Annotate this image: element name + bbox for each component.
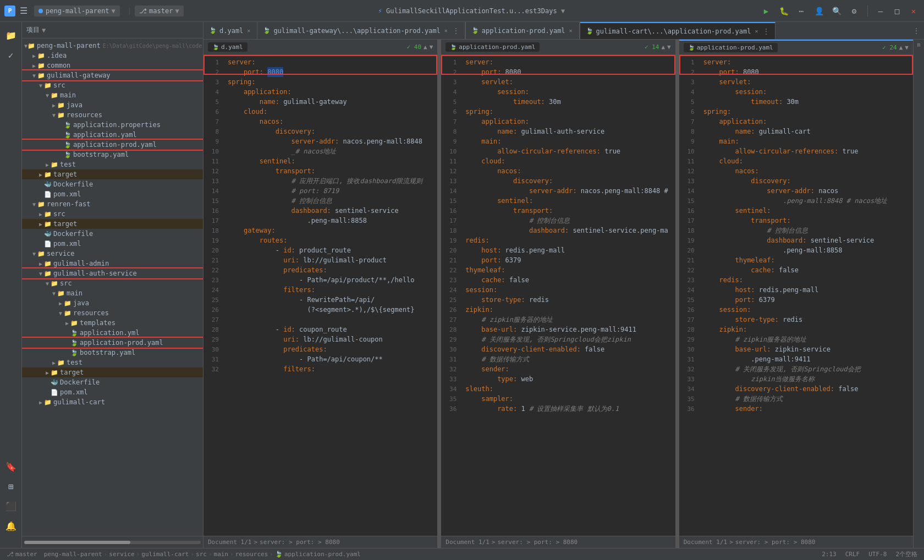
- code-line: redis:: [703, 275, 909, 285]
- more-button[interactable]: ⋯: [795, 4, 808, 18]
- tab-app-prod[interactable]: 🍃 application-prod.yaml ✕: [466, 22, 580, 39]
- tab-dyaml[interactable]: 🍃 d.yaml ✕: [204, 22, 257, 39]
- project-selector[interactable]: peng-mall-parent ▼: [34, 6, 120, 17]
- tree-item-resources-gw[interactable]: ▼ 📁 resources: [22, 110, 203, 120]
- settings-button[interactable]: ⚙: [848, 4, 861, 18]
- panel-tab-3[interactable]: 🍃 application-prod.yaml: [684, 43, 778, 52]
- tree-item-dockerfile-rr[interactable]: 🐳 Dockerfile: [22, 229, 203, 239]
- indent-info[interactable]: 2个空格: [893, 550, 920, 558]
- hamburger-icon[interactable]: ☰: [20, 6, 28, 16]
- nav-down-button[interactable]: ▼: [667, 43, 671, 51]
- tree-item-pom-gw[interactable]: 📄 pom.xml: [22, 189, 203, 199]
- tree-item-dockerfile-gw[interactable]: 🐳 Dockerfile: [22, 179, 203, 189]
- tree-item-pom-rr[interactable]: 📄 pom.xml: [22, 239, 203, 249]
- commit-icon[interactable]: ✓: [2, 46, 20, 64]
- code-line: uri: lb://gulimall-coupon: [228, 334, 433, 344]
- tree-item-gulimall-cart[interactable]: ▶ 📁 gulimall-cart: [22, 397, 203, 407]
- terminal-icon[interactable]: ⬛: [2, 497, 20, 515]
- tree-item-gulimall-admin[interactable]: ▶ 📁 gulimall-admin: [22, 259, 203, 268]
- tree-item-idea[interactable]: ▶ 📁 .idea: [22, 51, 203, 61]
- notifications-icon[interactable]: 🔔: [2, 517, 20, 535]
- close-button[interactable]: ✕: [908, 5, 920, 17]
- tree-item-test-auth[interactable]: ▶ 📁 test: [22, 358, 203, 367]
- tree-item-app-prod-yaml-gw[interactable]: 🍃 application-prod.yaml: [22, 140, 203, 150]
- file-icon: 🍃: [64, 151, 72, 158]
- nav-down-button[interactable]: ▼: [430, 43, 433, 51]
- tree-item-service[interactable]: ▼ 📁 service: [22, 249, 203, 259]
- panel-tab-1[interactable]: 🍃 d.yaml: [208, 42, 248, 52]
- tab-cart-prod[interactable]: 🍃 gulimall-cart\...\application-prod.yam…: [580, 22, 776, 39]
- menu-bar: ☰: [20, 6, 30, 16]
- tab-more-button[interactable]: ⋮: [763, 28, 769, 35]
- tree-item-app-yaml-gw[interactable]: 🍃 application.yaml: [22, 130, 203, 140]
- code-area-2[interactable]: 12345 678910 1112131415 1617181920 21222…: [441, 55, 675, 536]
- scrollbar-thumb[interactable]: [24, 541, 130, 544]
- tab-file-icon: 🍃: [471, 27, 479, 34]
- tab-more-button[interactable]: ⋮: [453, 27, 459, 35]
- structure-icon[interactable]: ⊞: [2, 477, 20, 495]
- tree-item-resources-auth[interactable]: ▼ 📁 resources: [22, 308, 203, 318]
- nav-up-button[interactable]: ▲: [424, 43, 427, 51]
- tree-item-src-auth[interactable]: ▼ 📁 src: [22, 278, 203, 288]
- line-ending[interactable]: CRLF: [843, 551, 862, 558]
- tree-item-target-auth[interactable]: ▶ 📁 target: [22, 367, 203, 377]
- run-button[interactable]: ▶: [760, 4, 773, 18]
- debug-button[interactable]: 🐛: [777, 4, 790, 18]
- tree-item-src-rr[interactable]: ▶ 📁 src: [22, 209, 203, 219]
- tree-item-common[interactable]: ▶ 📁 common: [22, 61, 203, 70]
- tree-item-gulimall-auth-service[interactable]: ▼ 📁 gulimall-auth-service: [22, 268, 203, 278]
- tree-item-bootstrap-gw[interactable]: 🍃 bootstrap.yaml: [22, 150, 203, 160]
- tab-close-button[interactable]: ✕: [568, 27, 574, 34]
- branch-selector[interactable]: ⎇ master ▼: [135, 6, 184, 17]
- encoding[interactable]: UTF-8: [866, 551, 889, 558]
- nav-up-button[interactable]: ▲: [899, 44, 903, 51]
- tree-item-test-gw[interactable]: ▶ 📁 test: [22, 160, 203, 169]
- tree-item-pom-auth[interactable]: 📄 pom.xml: [22, 387, 203, 397]
- tab-gateway-prod[interactable]: 🍃 gulimall-gateway\...\application-prod.…: [257, 22, 465, 39]
- tree-item-java-auth[interactable]: ▶ 📁 java: [22, 298, 203, 308]
- tree-item-java-gw[interactable]: ▶ 📁 java: [22, 100, 203, 110]
- filetree-scrollbar[interactable]: [22, 536, 203, 548]
- right-icon-m[interactable]: m: [917, 42, 920, 48]
- nav-down-button[interactable]: ▼: [905, 44, 909, 51]
- tab-close-button[interactable]: ✕: [443, 27, 449, 34]
- code-area-1[interactable]: 12345 678910 1112131415 1617181920 21222…: [204, 55, 437, 536]
- tree-item-app-props[interactable]: 🍃 application.properties: [22, 120, 203, 130]
- tree-item-target-gw[interactable]: ▶ 📁 target: [22, 169, 203, 179]
- file-icon: 🍃: [70, 349, 78, 356]
- file-tree-content[interactable]: ▼ 📁 peng-mall-parent E:\Data\gitCode\pen…: [22, 39, 203, 536]
- cursor-position[interactable]: 2:13: [820, 551, 839, 558]
- tree-item-dockerfile-auth[interactable]: 🐳 Dockerfile: [22, 377, 203, 387]
- bookmark-icon[interactable]: 🔖: [2, 458, 20, 475]
- tree-item-src-gw[interactable]: ▼ 📁 src: [22, 80, 203, 90]
- code-line: spring:: [228, 77, 433, 87]
- tree-item-app-yml-auth[interactable]: 🍃 application.yml: [22, 328, 203, 338]
- git-icon: ⎇: [139, 7, 147, 15]
- code-area-3[interactable]: 12345 678910 1112131415 1617181920 21222…: [679, 55, 913, 536]
- tree-item-bootstrap-auth[interactable]: 🍃 bootstrap.yaml: [22, 348, 203, 358]
- panel-tab-2[interactable]: 🍃 application-prod.yaml: [446, 42, 540, 52]
- git-branch-icon: ⎇: [7, 551, 14, 558]
- tree-item-main-gw[interactable]: ▼ 📁 main: [22, 90, 203, 100]
- tree-item-target-rr[interactable]: ▶ 📁 target: [22, 219, 203, 229]
- filetree-dropdown[interactable]: ▼: [42, 26, 46, 34]
- tab-close-button[interactable]: ✕: [754, 28, 759, 35]
- tree-root[interactable]: ▼ 📁 peng-mall-parent E:\Data\gitCode\pen…: [22, 41, 203, 51]
- tree-item-app-prod-yaml-auth[interactable]: 🍃 application-prod.yaml: [22, 338, 203, 348]
- split-button[interactable]: ⋮: [909, 22, 924, 39]
- tree-item-templates[interactable]: ▶ 📁 templates: [22, 318, 203, 328]
- maximize-button[interactable]: □: [891, 5, 903, 17]
- minimize-button[interactable]: —: [875, 5, 887, 17]
- tab-close-button[interactable]: ✕: [246, 27, 251, 34]
- tree-item-label: target: [53, 220, 77, 228]
- user-button[interactable]: 👤: [812, 4, 826, 18]
- git-branch-status[interactable]: ⎇ master: [4, 551, 40, 558]
- project-icon[interactable]: 📁: [2, 26, 20, 44]
- nav-up-button[interactable]: ▲: [661, 43, 665, 51]
- scrollbar-track[interactable]: [24, 541, 201, 544]
- tree-item-gulimall-gateway[interactable]: ▼ 📁 gulimall-gateway: [22, 70, 203, 80]
- spacer: [57, 132, 64, 138]
- search-button[interactable]: 🔍: [830, 4, 843, 18]
- tree-item-main-auth[interactable]: ▼ 📁 main: [22, 288, 203, 298]
- tree-item-renren-fast[interactable]: ▼ 📁 renren-fast: [22, 199, 203, 209]
